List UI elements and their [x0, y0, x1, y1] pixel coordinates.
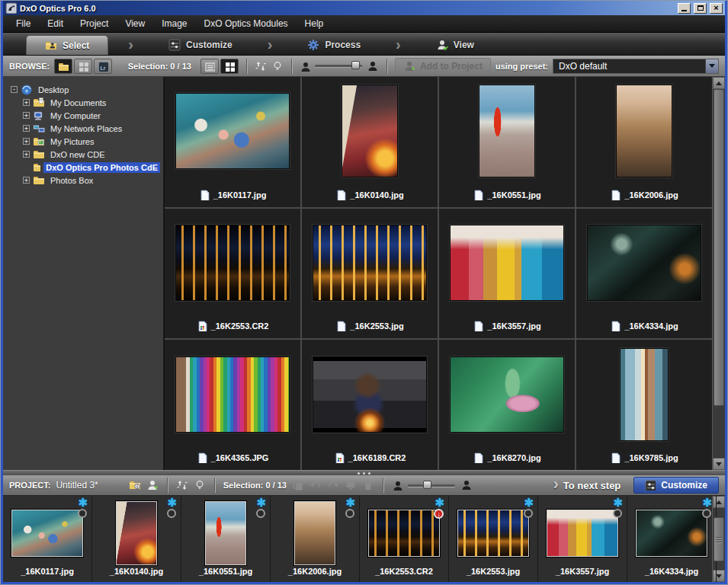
- filmstrip-thumbnail-7[interactable]: ✱ _16K3557.jpg: [538, 496, 627, 582]
- collapse-icon[interactable]: -: [11, 86, 18, 93]
- expand-icon[interactable]: +: [23, 99, 30, 106]
- copy-icon[interactable]: [292, 479, 304, 491]
- scrollbar-track[interactable]: [713, 89, 725, 458]
- add-to-project-button[interactable]: Add to Project: [395, 58, 491, 75]
- expand-icon[interactable]: +: [23, 151, 30, 158]
- star-badge-icon[interactable]: ✱: [435, 496, 444, 510]
- photo-beach-red-dress[interactable]: [479, 85, 535, 177]
- photo-dark-interior[interactable]: [587, 225, 701, 301]
- expand-icon[interactable]: +: [23, 125, 30, 132]
- menu-help[interactable]: Help: [297, 16, 332, 31]
- dropdown-arrow-button[interactable]: [705, 59, 718, 73]
- status-circle-icon[interactable]: [256, 509, 265, 518]
- star-badge-icon[interactable]: ✱: [345, 496, 355, 510]
- tab-view[interactable]: View: [421, 35, 489, 55]
- photo-night-lamps-raw[interactable]: [368, 510, 440, 557]
- grid-thumbnail-11[interactable]: _16K8270.jpg: [439, 340, 575, 470]
- tab-process[interactable]: Process: [292, 35, 376, 55]
- to-next-step[interactable]: › To next step: [553, 476, 621, 495]
- photo-bride-groom[interactable]: [116, 501, 157, 565]
- photo-night-lamps-raw[interactable]: [175, 225, 290, 301]
- grid-thumbnail-9[interactable]: _16K4365.JPG: [165, 340, 300, 470]
- status-circle-icon[interactable]: [702, 509, 711, 518]
- status-circle-icon[interactable]: [524, 509, 533, 518]
- filmstrip-thumbnail-4[interactable]: ✱ _16K2006.jpg: [271, 496, 360, 582]
- grid-thumbnail-2[interactable]: _16K0140.jpg: [302, 77, 438, 207]
- grid-thumbnail-4[interactable]: _16K2006.jpg: [576, 77, 712, 207]
- photo-girl-with-candle[interactable]: [313, 356, 427, 433]
- alert-badge-icon[interactable]: ↓: [434, 509, 444, 519]
- trash-icon[interactable]: [362, 479, 374, 491]
- photo-colorful-saris[interactable]: [547, 510, 618, 557]
- thumbnail-size-slider[interactable]: [315, 65, 362, 67]
- status-circle-icon[interactable]: [345, 509, 354, 518]
- menu-project[interactable]: Project: [72, 16, 117, 31]
- slider-thumb[interactable]: [423, 481, 431, 489]
- grid-thumbnail-7[interactable]: _16K3557.jpg: [439, 209, 575, 339]
- browse-lightroom-button[interactable]: [94, 59, 112, 74]
- photo-fabric-shop[interactable]: [175, 356, 290, 433]
- grid-thumbnail-12[interactable]: _16K9785.jpg: [576, 340, 712, 470]
- menu-file[interactable]: File: [8, 16, 39, 31]
- browse-folders-button[interactable]: [54, 59, 72, 74]
- slider-thumb[interactable]: [351, 61, 360, 69]
- grid-thumbnail-10[interactable]: _16K6189.CR2: [302, 340, 438, 470]
- sort-icon[interactable]: [255, 60, 267, 72]
- scrollbar-track[interactable]: [713, 508, 725, 570]
- photo-wedding-ceremony[interactable]: [175, 93, 290, 169]
- photo-wedding-ceremony[interactable]: [11, 510, 83, 557]
- status-circle-icon[interactable]: [78, 509, 87, 518]
- star-badge-icon[interactable]: ✱: [167, 496, 177, 510]
- project-info-icon[interactable]: [129, 479, 141, 491]
- star-badge-icon[interactable]: ✱: [702, 496, 712, 510]
- tab-select[interactable]: Select: [26, 35, 108, 55]
- grid-thumbnail-6[interactable]: _16K2553.jpg: [302, 209, 438, 339]
- photo-alley[interactable]: [620, 348, 669, 441]
- photo-bride-groom[interactable]: [342, 85, 398, 177]
- scroll-down-button[interactable]: [713, 458, 725, 470]
- photo-night-lamps-jpg[interactable]: [313, 225, 427, 301]
- grid-thumbnail-1[interactable]: _16K0117.jpg: [165, 77, 300, 207]
- grid-thumbnail-5[interactable]: _16K2553.CR2: [165, 209, 300, 339]
- sort-icon[interactable]: [176, 479, 188, 491]
- tree-item-my-computer[interactable]: + My Computer: [23, 109, 160, 122]
- scroll-up-button[interactable]: [713, 77, 725, 89]
- photo-night-lamps-jpg[interactable]: [457, 510, 529, 557]
- photo-camel-fair[interactable]: [616, 85, 672, 177]
- tree-item-my-pictures[interactable]: + My Pictures: [23, 135, 160, 148]
- scrollbar-thumb[interactable]: [714, 89, 724, 406]
- maximize-button[interactable]: [694, 3, 707, 14]
- star-badge-icon[interactable]: ✱: [613, 496, 623, 510]
- menu-dxo-optics-modules[interactable]: DxO Optics Modules: [196, 16, 297, 31]
- menu-edit[interactable]: Edit: [39, 16, 72, 31]
- preset-dropdown[interactable]: DxO default: [553, 59, 719, 74]
- filmstrip-thumbnail-6[interactable]: ✱ _16K2553.jpg: [449, 496, 538, 582]
- grid-thumbnail-8[interactable]: _16K4334.jpg: [576, 209, 712, 339]
- apply-corrections-icon[interactable]: [345, 479, 357, 491]
- filmstrip-thumbnail-3[interactable]: ✱ _16K0551.jpg: [181, 496, 271, 582]
- expand-icon[interactable]: +: [23, 112, 30, 119]
- filmstrip-thumbnail-5[interactable]: ✱ ↓ _16K2553.CR2: [360, 496, 449, 582]
- horizontal-splitter[interactable]: [3, 470, 725, 475]
- redo-icon[interactable]: [327, 479, 339, 491]
- close-button[interactable]: ×: [710, 3, 723, 14]
- photo-camel-fair[interactable]: [294, 501, 335, 565]
- browse-projects-button[interactable]: [74, 59, 92, 74]
- tree-item-my-network-places[interactable]: + My Network Places: [23, 122, 160, 135]
- menu-view[interactable]: View: [117, 16, 153, 31]
- undo-icon[interactable]: [309, 479, 322, 491]
- filter-lightbulb-icon[interactable]: [271, 60, 284, 72]
- star-badge-icon[interactable]: ✱: [524, 496, 534, 510]
- tree-item-photos-box[interactable]: + Photos Box: [23, 174, 160, 187]
- expand-icon[interactable]: +: [23, 177, 30, 184]
- tree-item-my-documents[interactable]: + My Documents: [23, 96, 160, 109]
- photo-beach-red-dress[interactable]: [205, 501, 246, 565]
- person-add-icon[interactable]: [146, 479, 159, 491]
- tab-customize[interactable]: Customize: [153, 35, 248, 55]
- photo-dark-interior[interactable]: [636, 510, 707, 557]
- filmstrip-thumbnail-2[interactable]: ✱ _16K0140.jpg: [92, 496, 181, 582]
- filmstrip-thumbnail-1[interactable]: ✱ _16K0117.jpg: [3, 496, 92, 582]
- filmstrip-size-slider[interactable]: [408, 484, 455, 487]
- scrollbar-thumb[interactable]: [714, 517, 724, 561]
- tree-item-dxo-new-cde[interactable]: + DxO new CDE: [23, 148, 160, 161]
